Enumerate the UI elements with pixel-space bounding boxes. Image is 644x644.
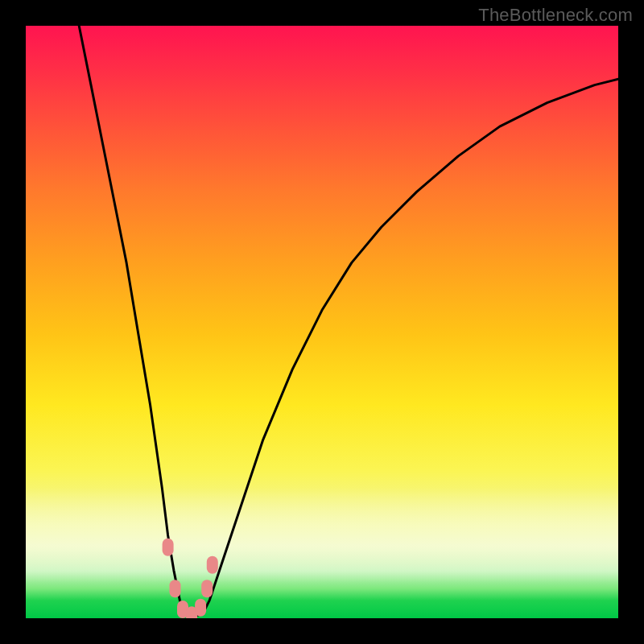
chart-frame: TheBottleneck.com — [0, 0, 644, 644]
watermark-text: TheBottleneck.com — [478, 5, 633, 26]
marker-point — [170, 580, 181, 597]
marker-point — [201, 580, 213, 597]
marker-point — [163, 539, 174, 556]
optimal-range-markers — [163, 539, 218, 618]
bottleneck-curve — [79, 26, 618, 615]
plot-area — [26, 26, 618, 618]
curve-layer — [26, 26, 618, 618]
marker-point — [195, 599, 206, 617]
marker-point — [207, 556, 218, 574]
